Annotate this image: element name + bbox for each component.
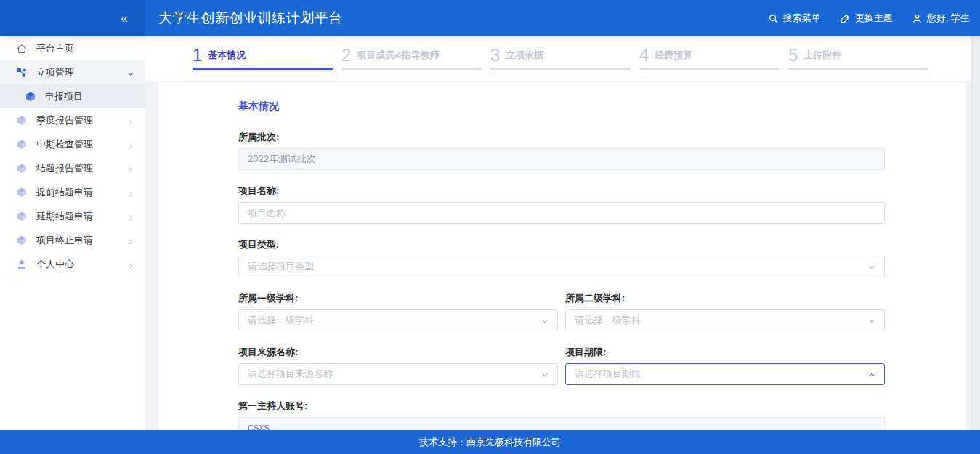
sidebar-item-label: 季度报告管理 bbox=[36, 114, 126, 127]
chevron-right-icon bbox=[126, 140, 135, 149]
leader-account-field-group: 第一主持人账号: bbox=[238, 400, 885, 430]
step-number: 4 bbox=[639, 46, 649, 64]
search-icon bbox=[768, 13, 779, 24]
discipline2-field-group: 所属二级学科: 请选择二级学科 bbox=[565, 292, 885, 331]
cube-icon bbox=[16, 211, 28, 222]
project-name-input[interactable] bbox=[248, 208, 875, 219]
sidebar-item-label: 中期检查管理 bbox=[36, 138, 126, 151]
tech-support-text: 技术支持：南京先极科技有限公司 bbox=[419, 436, 561, 449]
search-menu-button[interactable]: 搜索菜单 bbox=[768, 12, 821, 25]
step-progress-bar bbox=[341, 68, 482, 70]
basic-info-form: 基本情况 所属批次: 项目名称: 项目类型: 请选择项目类型 bbox=[238, 99, 885, 430]
step-number: 2 bbox=[341, 46, 351, 64]
batch-label: 所属批次: bbox=[238, 131, 885, 144]
header-actions: 搜索菜单 更换主题 您好, 学生 bbox=[768, 0, 970, 36]
batch-field-group: 所属批次: bbox=[238, 131, 885, 170]
sidebar-item-project-termination[interactable]: 项目终止申请 bbox=[0, 228, 145, 252]
sidebar-item-label: 申报项目 bbox=[45, 90, 135, 103]
step-label: 上传附件 bbox=[803, 49, 841, 64]
sidebar-collapse-icon[interactable]: « bbox=[121, 12, 128, 25]
sidebar-item-declare-project[interactable]: 申报项目 bbox=[0, 84, 145, 108]
cube-icon bbox=[16, 163, 28, 174]
chevron-right-icon bbox=[126, 116, 135, 125]
source-name-field-group: 项目来源名称: 请选择项目来源名称 bbox=[238, 346, 558, 385]
chevron-right-icon bbox=[126, 260, 135, 269]
step-budget[interactable]: 4 经费预算 bbox=[639, 46, 779, 70]
discipline1-label: 所属一级学科: bbox=[238, 292, 558, 305]
form-section-title: 基本情况 bbox=[238, 99, 885, 113]
page-title: 大学生创新创业训练计划平台 bbox=[158, 9, 343, 28]
vertical-scrollbar[interactable] bbox=[971, 36, 980, 430]
batch-input-wrapper bbox=[238, 148, 885, 170]
sidebar-item-early-conclusion[interactable]: 提前结题申请 bbox=[0, 180, 145, 204]
user-menu[interactable]: 您好, 学生 bbox=[912, 12, 970, 25]
sidebar-item-personal-center[interactable]: 个人中心 bbox=[0, 252, 145, 276]
step-progress-bar bbox=[490, 68, 631, 70]
cube-icon bbox=[16, 139, 28, 150]
chevron-up-icon bbox=[867, 370, 877, 383]
discipline2-select[interactable]: 请选择二级学科 bbox=[565, 309, 885, 331]
duration-field-group: 项目期限: 请选择项目期限 bbox=[565, 346, 885, 385]
wizard-steps: 1 基本情况 2 项目成员&指导教师 3 立项依据 4 经费预算 bbox=[145, 36, 971, 81]
source-name-label: 项目来源名称: bbox=[238, 346, 558, 359]
step-label: 项目成员&指导教师 bbox=[357, 49, 439, 64]
step-label: 基本情况 bbox=[208, 49, 246, 64]
sidebar-item-label: 结题报告管理 bbox=[36, 162, 126, 175]
sidebar-item-label: 延期结题申请 bbox=[36, 210, 126, 223]
theme-brush-icon bbox=[840, 13, 851, 24]
duration-placeholder: 请选择项目期限 bbox=[575, 368, 875, 381]
step-progress-bar bbox=[639, 68, 779, 70]
step-project-basis[interactable]: 3 立项依据 bbox=[490, 46, 631, 70]
sidebar-item-quarterly-report[interactable]: 季度报告管理 bbox=[0, 108, 145, 132]
discipline-row: 所属一级学科: 请选择一级学科 所属二级学科: 请选择二级学科 bbox=[238, 292, 885, 346]
form-card: 基本情况 所属批次: 项目名称: 项目类型: 请选择项目类型 bbox=[158, 82, 966, 430]
project-flow-icon bbox=[16, 67, 28, 78]
top-header: « 大学生创新创业训练计划平台 搜索菜单 更换主题 您好, 学生 bbox=[0, 0, 980, 36]
step-label: 立项依据 bbox=[506, 49, 543, 64]
cube-icon bbox=[16, 115, 28, 126]
leader-account-label: 第一主持人账号: bbox=[238, 400, 885, 413]
step-number: 3 bbox=[490, 46, 500, 64]
project-name-label: 项目名称: bbox=[238, 185, 885, 198]
chevron-right-icon bbox=[126, 212, 135, 221]
chevron-right-icon bbox=[126, 188, 135, 197]
chevron-right-icon bbox=[126, 164, 135, 173]
header-logo-area: « bbox=[0, 0, 145, 36]
sidebar-item-platform-home[interactable]: 平台主页 bbox=[0, 36, 145, 60]
home-icon bbox=[16, 43, 28, 54]
source-name-placeholder: 请选择项目来源名称 bbox=[248, 368, 548, 381]
search-menu-label: 搜索菜单 bbox=[783, 12, 821, 25]
batch-input bbox=[248, 154, 875, 165]
person-icon bbox=[16, 259, 28, 270]
sidebar-item-midterm-check[interactable]: 中期检查管理 bbox=[0, 132, 145, 156]
step-progress-bar bbox=[788, 68, 928, 70]
discipline1-field-group: 所属一级学科: 请选择一级学科 bbox=[238, 292, 558, 331]
step-number: 1 bbox=[193, 46, 202, 64]
chevron-down-icon bbox=[126, 68, 135, 77]
project-name-input-wrapper bbox=[238, 202, 885, 224]
leader-account-input-wrapper bbox=[238, 417, 885, 430]
project-type-placeholder: 请选择项目类型 bbox=[248, 260, 875, 273]
duration-select[interactable]: 请选择项目期限 bbox=[565, 363, 885, 385]
cube-icon bbox=[16, 187, 28, 198]
chevron-right-icon bbox=[126, 236, 135, 245]
discipline2-label: 所属二级学科: bbox=[565, 292, 885, 305]
change-theme-button[interactable]: 更换主题 bbox=[840, 12, 893, 25]
step-progress-bar bbox=[193, 68, 333, 70]
sidebar-item-delay-conclusion[interactable]: 延期结题申请 bbox=[0, 204, 145, 228]
step-members-advisors[interactable]: 2 项目成员&指导教师 bbox=[341, 46, 482, 70]
discipline1-select[interactable]: 请选择一级学科 bbox=[238, 309, 558, 331]
source-duration-row: 项目来源名称: 请选择项目来源名称 项目期限: 请选择项目期限 bbox=[238, 346, 885, 400]
project-type-select[interactable]: 请选择项目类型 bbox=[238, 256, 885, 277]
change-theme-label: 更换主题 bbox=[855, 12, 893, 25]
discipline2-placeholder: 请选择二级学科 bbox=[575, 314, 875, 327]
project-name-field-group: 项目名称: bbox=[238, 185, 885, 224]
sidebar-item-final-report[interactable]: 结题报告管理 bbox=[0, 156, 145, 180]
sidebar-item-label: 个人中心 bbox=[36, 258, 126, 271]
source-name-select[interactable]: 请选择项目来源名称 bbox=[238, 363, 558, 385]
sidebar-item-project-management[interactable]: 立项管理 bbox=[0, 60, 145, 84]
step-upload-attachments[interactable]: 5 上传附件 bbox=[788, 46, 928, 70]
sidebar-item-label: 提前结题申请 bbox=[36, 186, 126, 199]
sidebar-item-label: 平台主页 bbox=[36, 42, 135, 55]
step-basic-info[interactable]: 1 基本情况 bbox=[193, 46, 333, 70]
